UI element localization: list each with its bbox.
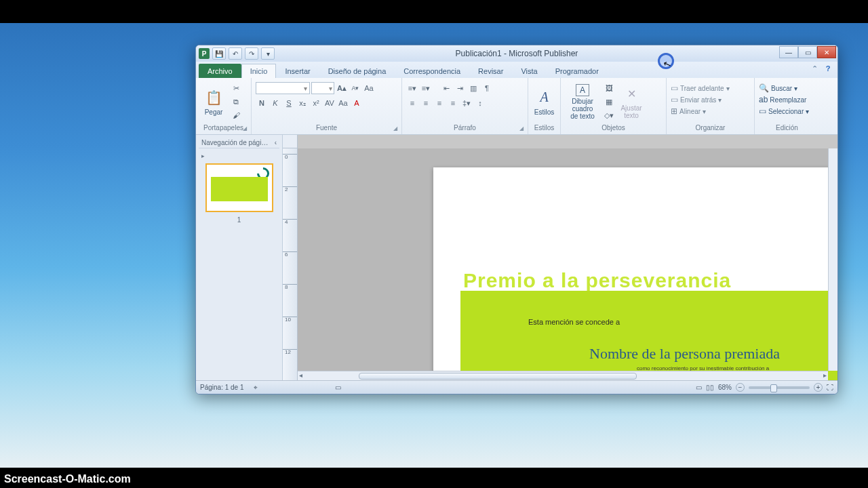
mention-text: Esta mención se concede a	[528, 318, 620, 326]
watermark: Screencast-O-Matic.com	[4, 473, 131, 485]
format-painter-icon[interactable]: 🖌	[230, 109, 242, 121]
horizontal-scrollbar[interactable]: ◂ ▸	[298, 371, 828, 380]
page-thumbnail-1[interactable]	[205, 163, 273, 212]
draw-textbox-button[interactable]: A Dibujar cuadro de texto	[564, 80, 601, 123]
award-title: Premio a la perseverancia	[463, 269, 837, 292]
pointer-position-icon: ⌖	[254, 384, 258, 392]
numbering-icon[interactable]: ≡▾	[420, 82, 432, 94]
align-center-icon[interactable]: ≡	[420, 97, 432, 109]
subscript-icon[interactable]: x₂	[296, 97, 309, 109]
maximize-button[interactable]: ▭	[798, 46, 817, 58]
statusbar: Página: 1 de 1 ⌖ ▭ ▭ ▯▯ 68% − + ⛶	[196, 380, 837, 394]
wrap-text-button[interactable]: ✕ Ajustar texto	[616, 80, 646, 123]
group-font-label: Fuente◢	[254, 124, 399, 133]
titlebar[interactable]: P 💾 ↶ ↷ ▾ Publicación1 - Microsoft Publi…	[196, 45, 837, 62]
styles-icon: A	[535, 88, 554, 107]
paragraph-mark-icon[interactable]: ¶	[481, 82, 493, 94]
tab-review[interactable]: Revisar	[469, 64, 512, 78]
italic-icon[interactable]: K	[269, 97, 281, 109]
group-styles-label: Estilos	[531, 124, 557, 133]
minimize-button[interactable]: —	[779, 46, 798, 58]
superscript-icon[interactable]: x²	[310, 97, 322, 109]
view-two-page-icon[interactable]: ▯▯	[706, 384, 714, 391]
zoom-in-icon[interactable]: +	[814, 383, 823, 392]
bring-forward-icon: ▭	[671, 83, 678, 93]
scroll-right-icon[interactable]: ▸	[823, 371, 827, 379]
zoom-out-icon[interactable]: −	[736, 383, 745, 392]
align-button[interactable]: ⊞Alinear ▾	[671, 106, 706, 116]
ruler-vertical[interactable]: 024681012	[283, 148, 298, 380]
group-editing-label: Edición	[757, 124, 816, 133]
hscroll-thumb[interactable]	[359, 373, 637, 380]
justify-icon[interactable]: ≡	[447, 97, 459, 109]
tab-view[interactable]: Vista	[512, 64, 546, 78]
font-launcher-icon[interactable]: ◢	[393, 125, 397, 131]
nav-expand-icon[interactable]: ▸	[199, 152, 279, 159]
qat-redo-icon[interactable]: ↷	[245, 47, 258, 60]
select-button[interactable]: ▭Seleccionar ▾	[759, 106, 809, 116]
zoom-level[interactable]: 68%	[718, 384, 732, 391]
paste-button[interactable]: 📋 Pegar	[199, 80, 229, 123]
thumb-content	[211, 177, 268, 201]
char-spacing-icon[interactable]: AV	[323, 97, 336, 109]
group-paragraph-label: Párrafo◢	[405, 124, 525, 133]
clear-format-icon[interactable]: Aa	[363, 82, 375, 94]
view-single-icon[interactable]: ▭	[696, 384, 702, 391]
ruler-corner	[283, 135, 298, 148]
font-color-icon[interactable]: A	[351, 97, 363, 109]
shrink-font-icon[interactable]: A▾	[349, 82, 361, 94]
qat-save-icon[interactable]: 💾	[212, 47, 226, 60]
scroll-left-icon[interactable]: ◂	[299, 371, 302, 379]
send-back-button[interactable]: ▭Enviar atrás ▾	[671, 95, 722, 104]
bold-icon[interactable]: N	[256, 97, 268, 109]
publisher-window: P 💾 ↶ ↷ ▾ Publicación1 - Microsoft Publi…	[195, 45, 838, 394]
grow-font-icon[interactable]: A▴	[336, 82, 348, 94]
minimize-ribbon-icon[interactable]: ⌃	[809, 64, 820, 75]
app-icon[interactable]: P	[199, 48, 210, 59]
find-button[interactable]: 🔍Buscar ▾	[759, 83, 797, 93]
styles-button[interactable]: A Estilos	[531, 80, 557, 123]
tab-file[interactable]: Archivo	[199, 64, 241, 78]
align-right-icon[interactable]: ≡	[433, 97, 446, 109]
bullets-icon[interactable]: ≡▾	[406, 82, 418, 94]
underline-icon[interactable]: S	[283, 97, 295, 109]
table-icon[interactable]: ▦	[603, 96, 615, 108]
canvas[interactable]: Premio a la perseverancia Esta mención s…	[298, 148, 837, 380]
fit-page-icon[interactable]: ⛶	[827, 384, 833, 391]
clipboard-launcher-icon[interactable]: ◢	[243, 125, 247, 131]
copy-icon[interactable]: ⧉	[230, 96, 242, 108]
qat-undo-icon[interactable]: ↶	[229, 47, 242, 60]
cut-icon[interactable]: ✂	[230, 82, 242, 94]
close-button[interactable]: ✕	[817, 46, 836, 58]
tab-insert[interactable]: Insertar	[276, 64, 319, 78]
replace-icon: ab	[759, 95, 768, 104]
qat-customize-icon[interactable]: ▾	[261, 47, 275, 60]
picture-icon[interactable]: 🖼	[603, 82, 615, 94]
tab-page-design[interactable]: Diseño de página	[319, 64, 395, 78]
columns-icon[interactable]: ▥	[467, 82, 479, 94]
vertical-scrollbar[interactable]	[828, 148, 837, 371]
tab-developer[interactable]: Programador	[547, 64, 608, 78]
decrease-indent-icon[interactable]: ⇤	[440, 82, 452, 94]
line-spacing-icon[interactable]: ‡▾	[460, 97, 473, 109]
page-indicator[interactable]: Página: 1 de 1	[200, 384, 244, 391]
publication-page[interactable]: Premio a la perseverancia Esta mención s…	[433, 167, 837, 380]
align-left-icon[interactable]: ≡	[406, 97, 418, 109]
tab-mailings[interactable]: Correspondencia	[395, 64, 469, 78]
increase-indent-icon[interactable]: ⇥	[454, 82, 466, 94]
zoom-slider[interactable]	[749, 386, 810, 389]
page-navigation-panel: Navegación de pági… ‹ ▸ 1	[196, 135, 283, 380]
font-name-combo[interactable]: ▾	[256, 82, 310, 94]
text-direction-icon[interactable]: ↕	[474, 97, 486, 109]
replace-button[interactable]: abReemplazar	[759, 95, 806, 104]
help-icon[interactable]: ?	[823, 64, 833, 75]
font-size-combo[interactable]: ▾	[311, 82, 334, 94]
nav-collapse-icon[interactable]: ‹	[275, 139, 277, 146]
group-objects-label: Objetos	[564, 124, 663, 133]
paragraph-launcher-icon[interactable]: ◢	[519, 125, 524, 131]
wrap-text-icon: ✕	[622, 84, 641, 103]
change-case-icon[interactable]: Aa	[337, 97, 349, 109]
bring-forward-button[interactable]: ▭Traer adelante ▾	[671, 83, 730, 93]
tab-home[interactable]: Inicio	[241, 64, 277, 78]
shapes-icon[interactable]: ◇▾	[603, 109, 615, 121]
